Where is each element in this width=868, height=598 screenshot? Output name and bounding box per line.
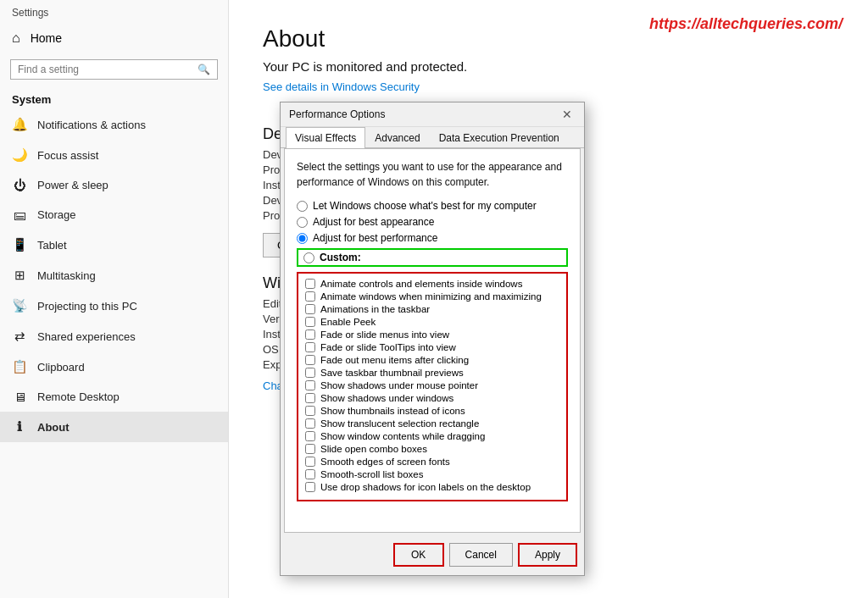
apply-button[interactable]: Apply	[518, 543, 577, 567]
checkbox-slide-combo[interactable]: Slide open combo boxes	[305, 444, 559, 454]
checkbox-shadows-mouse[interactable]: Show shadows under mouse pointer	[305, 380, 559, 390]
radio-best-performance-label: Adjust for best performance	[313, 232, 437, 244]
radio-custom[interactable]: Custom:	[297, 248, 568, 267]
dialog-titlebar: Performance Options ✕	[281, 102, 584, 127]
checkbox-list: Animate controls and elements inside win…	[297, 272, 568, 501]
checkbox-smooth-edges[interactable]: Smooth edges of screen fonts	[305, 457, 559, 467]
dialog-close-button[interactable]: ✕	[559, 108, 576, 121]
radio-best-appearance-label: Adjust for best appearance	[313, 216, 434, 228]
radio-best-performance[interactable]: Adjust for best performance	[297, 232, 568, 244]
dialog-tabs: Visual Effects Advanced Data Execution P…	[281, 127, 584, 148]
ok-button[interactable]: OK	[393, 543, 444, 567]
checkbox-fade-tooltips[interactable]: Fade or slide ToolTips into view	[305, 342, 559, 352]
dialog-description: Select the settings you want to use for …	[297, 159, 568, 190]
radio-group: Let Windows choose what's best for my co…	[297, 200, 568, 267]
dialog-overlay: Performance Options ✕ Visual Effects Adv…	[0, 0, 868, 598]
performance-dialog: Performance Options ✕ Visual Effects Adv…	[280, 102, 585, 576]
checkbox-fade-menus[interactable]: Fade or slide menus into view	[305, 329, 559, 340]
checkbox-animate-windows[interactable]: Animate windows when minimizing and maxi…	[305, 291, 559, 302]
tab-visual-effects[interactable]: Visual Effects	[286, 127, 365, 148]
checkbox-save-thumbnails[interactable]: Save taskbar thumbnail previews	[305, 368, 559, 378]
checkbox-thumbnails-icons[interactable]: Show thumbnails instead of icons	[305, 406, 559, 416]
tab-dep[interactable]: Data Execution Prevention	[430, 127, 569, 148]
radio-let-windows[interactable]: Let Windows choose what's best for my co…	[297, 200, 568, 212]
radio-custom-label: Custom:	[320, 252, 361, 263]
checkbox-translucent-selection[interactable]: Show translucent selection rectangle	[305, 418, 559, 429]
tab-advanced[interactable]: Advanced	[365, 127, 429, 148]
radio-best-appearance[interactable]: Adjust for best appearance	[297, 216, 568, 228]
checkbox-drop-shadows-icons[interactable]: Use drop shadows for icon labels on the …	[305, 482, 559, 492]
dialog-footer: OK Cancel Apply	[281, 536, 584, 575]
dialog-title: Performance Options	[289, 108, 559, 120]
checkbox-shadows-windows[interactable]: Show shadows under windows	[305, 393, 559, 403]
radio-let-windows-label: Let Windows choose what's best for my co…	[313, 200, 537, 212]
cancel-button[interactable]: Cancel	[449, 543, 513, 567]
checkbox-enable-peek[interactable]: Enable Peek	[305, 317, 559, 327]
checkbox-window-contents-dragging[interactable]: Show window contents while dragging	[305, 431, 559, 441]
dialog-body: Select the settings you want to use for …	[284, 148, 581, 533]
checkbox-fade-menu-items[interactable]: Fade out menu items after clicking	[305, 355, 559, 365]
checkbox-smooth-scroll[interactable]: Smooth-scroll list boxes	[305, 469, 559, 479]
checkbox-animate-controls[interactable]: Animate controls and elements inside win…	[305, 279, 559, 289]
checkbox-animations-taskbar[interactable]: Animations in the taskbar	[305, 304, 559, 314]
